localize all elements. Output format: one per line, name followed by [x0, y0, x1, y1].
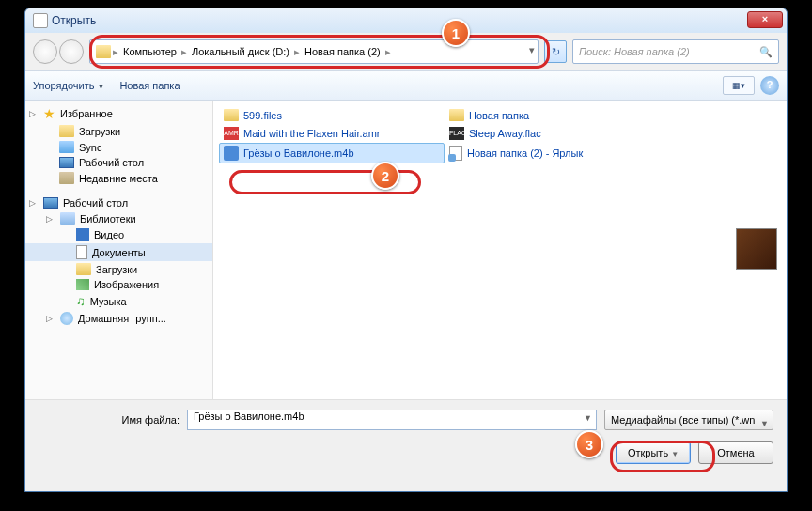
chevron-right-icon: ▸: [294, 46, 300, 58]
refresh-button[interactable]: ↻: [544, 40, 567, 63]
forward-button[interactable]: [59, 39, 84, 64]
shortcut-icon: [449, 146, 462, 161]
annotation-badge-2: 2: [371, 162, 399, 190]
breadcrumb[interactable]: Компьютер: [120, 46, 180, 57]
flac-icon: FLAC: [449, 127, 464, 140]
file-item[interactable]: FLACSleep Away.flac: [445, 124, 670, 143]
address-bar[interactable]: ▸ Компьютер ▸ Локальный диск (D:) ▸ Нова…: [89, 39, 539, 64]
breadcrumb[interactable]: Новая папка (2): [302, 46, 383, 57]
dialog-title: Открыть: [52, 14, 96, 27]
help-button[interactable]: ?: [760, 76, 779, 95]
cancel-button[interactable]: Отмена: [698, 441, 773, 464]
nav-row: ▸ Компьютер ▸ Локальный диск (D:) ▸ Нова…: [25, 33, 787, 70]
close-button[interactable]: ×: [747, 11, 783, 28]
chevron-right-icon: ▸: [181, 46, 187, 58]
file-list: 599.files AMRMaid with the Flaxen Hair.a…: [213, 101, 787, 399]
app-icon: [33, 13, 48, 28]
address-dropdown-icon[interactable]: ▾: [529, 44, 535, 56]
search-icon: 🔍: [759, 46, 773, 58]
file-item[interactable]: AMRMaid with the Flaxen Hair.amr: [219, 124, 445, 143]
bottom-panel: Имя файла: Грёзы о Вавилоне.m4b▼ Медиафа…: [25, 399, 787, 484]
chevron-down-icon: ▼: [760, 414, 769, 433]
file-item[interactable]: Новая папка: [445, 106, 670, 124]
open-button[interactable]: Открыть▼: [616, 441, 691, 464]
tree-desktop[interactable]: ▷Рабочий стол: [25, 195, 212, 210]
filename-input[interactable]: Грёзы о Вавилоне.m4b▼: [187, 410, 597, 430]
file-item-selected[interactable]: Грёзы о Вавилоне.m4b: [219, 143, 445, 163]
chevron-down-icon[interactable]: ▼: [584, 413, 592, 423]
filetype-select[interactable]: Медиафайлы (все типы) (*.wn▼: [604, 410, 773, 430]
tree-item-images[interactable]: Изображения: [25, 277, 212, 292]
amr-icon: AMR: [224, 127, 239, 140]
filename-label: Имя файла:: [39, 414, 180, 426]
annotation-badge-3: 3: [575, 430, 603, 458]
tree-item-desktop[interactable]: Рабочий стол: [25, 155, 212, 170]
preview-thumbnail: [736, 228, 777, 270]
tree-item-downloads2[interactable]: Загрузки: [25, 261, 212, 277]
tree-homegroup[interactable]: ▷Домашняя групп...: [25, 310, 212, 327]
folder-icon: [449, 109, 464, 121]
search-placeholder: Поиск: Новая папка (2): [579, 46, 690, 57]
tree-libraries[interactable]: ▷Библиотеки: [25, 210, 212, 226]
preview-pane: [730, 101, 787, 399]
open-dialog: Открыть × ▸ Компьютер ▸ Локальный диск (…: [24, 8, 788, 492]
chevron-right-icon: ▸: [113, 46, 118, 58]
folder-icon: [96, 45, 111, 58]
tree-item-music[interactable]: ♫Музыка: [25, 292, 212, 310]
breadcrumb[interactable]: Локальный диск (D:): [189, 46, 292, 57]
newfolder-button[interactable]: Новая папка: [119, 80, 180, 91]
back-button[interactable]: [33, 39, 57, 64]
folder-icon: [224, 109, 239, 121]
tree-item-sync[interactable]: Sync: [25, 139, 212, 155]
tree-item-recent[interactable]: Недавние места: [25, 170, 212, 186]
chevron-right-icon: ▸: [385, 46, 391, 58]
view-button[interactable]: ▦▾: [723, 76, 755, 95]
nav-tree: ▷★Избранное Загрузки Sync Рабочий стол Н…: [25, 101, 213, 399]
organize-button[interactable]: Упорядочить▼: [33, 80, 104, 91]
annotation-badge-1: 1: [442, 19, 470, 47]
m4b-icon: [224, 146, 239, 161]
file-item[interactable]: Новая папка (2) - Ярлык: [445, 143, 670, 163]
file-item[interactable]: 599.files: [219, 106, 445, 124]
search-input[interactable]: Поиск: Новая папка (2) 🔍: [572, 39, 779, 64]
toolbar: Упорядочить▼ Новая папка ▦▾ ?: [25, 70, 787, 101]
tree-item-video[interactable]: Видео: [25, 226, 212, 243]
tree-favorites[interactable]: ▷★Избранное: [25, 104, 212, 123]
tree-item-downloads[interactable]: Загрузки: [25, 123, 212, 139]
titlebar: Открыть ×: [25, 8, 787, 33]
tree-item-documents[interactable]: Документы: [25, 243, 212, 261]
